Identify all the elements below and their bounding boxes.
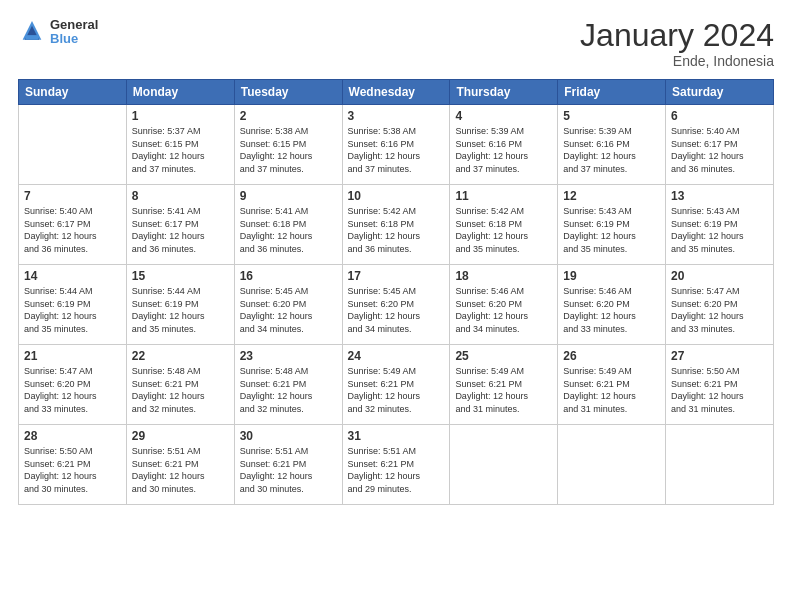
calendar-cell: 25Sunrise: 5:49 AMSunset: 6:21 PMDayligh… [450,345,558,425]
day-info: Sunrise: 5:47 AMSunset: 6:20 PMDaylight:… [671,285,768,335]
weekday-header-wednesday: Wednesday [342,80,450,105]
day-info: Sunrise: 5:42 AMSunset: 6:18 PMDaylight:… [455,205,552,255]
day-info: Sunrise: 5:40 AMSunset: 6:17 PMDaylight:… [671,125,768,175]
day-number: 5 [563,109,660,123]
day-info: Sunrise: 5:46 AMSunset: 6:20 PMDaylight:… [563,285,660,335]
calendar-cell: 4Sunrise: 5:39 AMSunset: 6:16 PMDaylight… [450,105,558,185]
weekday-header-thursday: Thursday [450,80,558,105]
day-info: Sunrise: 5:44 AMSunset: 6:19 PMDaylight:… [24,285,121,335]
calendar-cell: 28Sunrise: 5:50 AMSunset: 6:21 PMDayligh… [19,425,127,505]
calendar-cell: 6Sunrise: 5:40 AMSunset: 6:17 PMDaylight… [666,105,774,185]
calendar-cell: 29Sunrise: 5:51 AMSunset: 6:21 PMDayligh… [126,425,234,505]
day-info: Sunrise: 5:45 AMSunset: 6:20 PMDaylight:… [240,285,337,335]
day-info: Sunrise: 5:48 AMSunset: 6:21 PMDaylight:… [240,365,337,415]
day-number: 3 [348,109,445,123]
logo-line1: General [50,18,98,32]
day-number: 30 [240,429,337,443]
day-info: Sunrise: 5:49 AMSunset: 6:21 PMDaylight:… [563,365,660,415]
day-number: 10 [348,189,445,203]
calendar-cell [558,425,666,505]
day-info: Sunrise: 5:39 AMSunset: 6:16 PMDaylight:… [563,125,660,175]
calendar-cell: 12Sunrise: 5:43 AMSunset: 6:19 PMDayligh… [558,185,666,265]
weekday-header-row: SundayMondayTuesdayWednesdayThursdayFrid… [19,80,774,105]
day-info: Sunrise: 5:48 AMSunset: 6:21 PMDaylight:… [132,365,229,415]
calendar-cell: 24Sunrise: 5:49 AMSunset: 6:21 PMDayligh… [342,345,450,425]
logo: General Blue [18,18,98,47]
day-number: 7 [24,189,121,203]
calendar-cell [450,425,558,505]
day-number: 9 [240,189,337,203]
calendar-cell: 7Sunrise: 5:40 AMSunset: 6:17 PMDaylight… [19,185,127,265]
day-number: 26 [563,349,660,363]
calendar-cell: 19Sunrise: 5:46 AMSunset: 6:20 PMDayligh… [558,265,666,345]
week-row-1: 1Sunrise: 5:37 AMSunset: 6:15 PMDaylight… [19,105,774,185]
day-info: Sunrise: 5:45 AMSunset: 6:20 PMDaylight:… [348,285,445,335]
calendar-cell [666,425,774,505]
day-number: 6 [671,109,768,123]
calendar-cell: 13Sunrise: 5:43 AMSunset: 6:19 PMDayligh… [666,185,774,265]
day-number: 16 [240,269,337,283]
calendar-cell: 18Sunrise: 5:46 AMSunset: 6:20 PMDayligh… [450,265,558,345]
day-number: 14 [24,269,121,283]
day-number: 8 [132,189,229,203]
day-number: 15 [132,269,229,283]
calendar-cell: 31Sunrise: 5:51 AMSunset: 6:21 PMDayligh… [342,425,450,505]
day-number: 21 [24,349,121,363]
day-number: 2 [240,109,337,123]
day-number: 25 [455,349,552,363]
page: General Blue January 2024 Ende, Indonesi… [0,0,792,612]
day-number: 17 [348,269,445,283]
calendar-cell: 9Sunrise: 5:41 AMSunset: 6:18 PMDaylight… [234,185,342,265]
calendar-cell [19,105,127,185]
logo-line2: Blue [50,32,98,46]
day-info: Sunrise: 5:44 AMSunset: 6:19 PMDaylight:… [132,285,229,335]
day-number: 11 [455,189,552,203]
day-info: Sunrise: 5:42 AMSunset: 6:18 PMDaylight:… [348,205,445,255]
day-info: Sunrise: 5:50 AMSunset: 6:21 PMDaylight:… [24,445,121,495]
day-number: 19 [563,269,660,283]
day-info: Sunrise: 5:38 AMSunset: 6:15 PMDaylight:… [240,125,337,175]
day-info: Sunrise: 5:38 AMSunset: 6:16 PMDaylight:… [348,125,445,175]
calendar-cell: 30Sunrise: 5:51 AMSunset: 6:21 PMDayligh… [234,425,342,505]
day-number: 27 [671,349,768,363]
week-row-4: 21Sunrise: 5:47 AMSunset: 6:20 PMDayligh… [19,345,774,425]
day-number: 31 [348,429,445,443]
day-info: Sunrise: 5:47 AMSunset: 6:20 PMDaylight:… [24,365,121,415]
calendar-subtitle: Ende, Indonesia [580,53,774,69]
week-row-2: 7Sunrise: 5:40 AMSunset: 6:17 PMDaylight… [19,185,774,265]
week-row-3: 14Sunrise: 5:44 AMSunset: 6:19 PMDayligh… [19,265,774,345]
weekday-header-monday: Monday [126,80,234,105]
title-block: January 2024 Ende, Indonesia [580,18,774,69]
day-number: 29 [132,429,229,443]
weekday-header-friday: Friday [558,80,666,105]
day-info: Sunrise: 5:51 AMSunset: 6:21 PMDaylight:… [240,445,337,495]
calendar-cell: 5Sunrise: 5:39 AMSunset: 6:16 PMDaylight… [558,105,666,185]
day-info: Sunrise: 5:51 AMSunset: 6:21 PMDaylight:… [348,445,445,495]
calendar-cell: 14Sunrise: 5:44 AMSunset: 6:19 PMDayligh… [19,265,127,345]
calendar-cell: 2Sunrise: 5:38 AMSunset: 6:15 PMDaylight… [234,105,342,185]
day-number: 23 [240,349,337,363]
weekday-header-saturday: Saturday [666,80,774,105]
calendar-cell: 10Sunrise: 5:42 AMSunset: 6:18 PMDayligh… [342,185,450,265]
header: General Blue January 2024 Ende, Indonesi… [18,18,774,69]
calendar-cell: 27Sunrise: 5:50 AMSunset: 6:21 PMDayligh… [666,345,774,425]
calendar-cell: 8Sunrise: 5:41 AMSunset: 6:17 PMDaylight… [126,185,234,265]
svg-rect-2 [26,35,38,40]
day-info: Sunrise: 5:40 AMSunset: 6:17 PMDaylight:… [24,205,121,255]
calendar-cell: 17Sunrise: 5:45 AMSunset: 6:20 PMDayligh… [342,265,450,345]
calendar-cell: 23Sunrise: 5:48 AMSunset: 6:21 PMDayligh… [234,345,342,425]
calendar-cell: 26Sunrise: 5:49 AMSunset: 6:21 PMDayligh… [558,345,666,425]
day-number: 1 [132,109,229,123]
day-number: 13 [671,189,768,203]
weekday-header-tuesday: Tuesday [234,80,342,105]
day-number: 18 [455,269,552,283]
day-number: 28 [24,429,121,443]
day-info: Sunrise: 5:39 AMSunset: 6:16 PMDaylight:… [455,125,552,175]
day-number: 22 [132,349,229,363]
day-info: Sunrise: 5:46 AMSunset: 6:20 PMDaylight:… [455,285,552,335]
week-row-5: 28Sunrise: 5:50 AMSunset: 6:21 PMDayligh… [19,425,774,505]
calendar-cell: 11Sunrise: 5:42 AMSunset: 6:18 PMDayligh… [450,185,558,265]
day-info: Sunrise: 5:51 AMSunset: 6:21 PMDaylight:… [132,445,229,495]
logo-text: General Blue [50,18,98,47]
calendar-table: SundayMondayTuesdayWednesdayThursdayFrid… [18,79,774,505]
